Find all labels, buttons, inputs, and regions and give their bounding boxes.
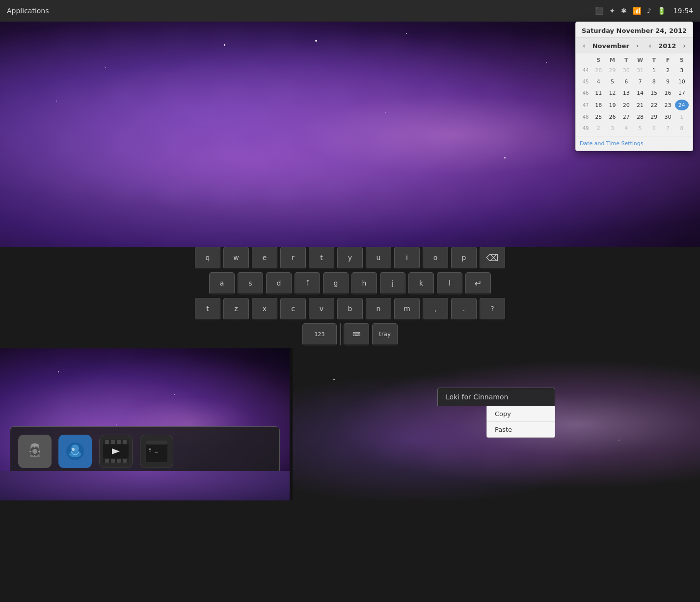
brightness-icon[interactable]: ✦ [609,7,615,15]
key-t1[interactable]: t [309,247,334,269]
key-r[interactable]: r [280,247,306,269]
music-icon[interactable]: ♪ [647,7,651,15]
svg-point-4 [32,449,37,454]
key-123[interactable]: 123 [302,323,337,346]
cal-day-17[interactable]: 17 [675,88,689,98]
movie-player-svg [101,437,131,466]
cal-day-4[interactable]: 4 [592,77,605,86]
cal-day-24-today[interactable]: 24 [675,100,689,110]
cal-day-28-oct[interactable]: 28 [592,66,605,75]
key-z[interactable]: z [223,298,249,320]
cal-day-29[interactable]: 29 [647,112,661,122]
cal-day-6[interactable]: 6 [619,77,633,86]
cal-day-5[interactable]: 5 [605,77,619,86]
cal-day-19[interactable]: 19 [605,101,619,110]
cal-day-25[interactable]: 25 [592,112,605,122]
cal-day-9[interactable]: 9 [661,77,674,86]
cal-day-16[interactable]: 16 [661,88,674,98]
cal-day-7-dec[interactable]: 7 [661,124,674,133]
battery-icon[interactable]: 🔋 [657,7,666,15]
applications-menu[interactable]: Applications [7,7,49,15]
cal-day-11[interactable]: 11 [592,88,605,98]
key-l[interactable]: l [437,272,462,295]
cal-day-2-dec[interactable]: 2 [592,124,605,133]
cal-day-6-dec[interactable]: 6 [647,124,661,133]
key-c[interactable]: c [280,298,306,320]
cal-day-14[interactable]: 14 [633,88,647,98]
key-space[interactable] [340,323,341,346]
context-menu-paste[interactable]: Paste [487,422,555,437]
cal-day-21[interactable]: 21 [633,101,647,110]
key-m[interactable]: m [394,298,420,320]
key-comma[interactable]: , [423,298,448,320]
key-n[interactable]: n [366,298,391,320]
cal-day-3-dec[interactable]: 3 [605,124,619,133]
cal-day-8[interactable]: 8 [647,77,661,86]
key-y[interactable]: y [337,247,363,269]
cal-day-29-oct[interactable]: 29 [605,66,619,75]
cal-day-13[interactable]: 13 [619,88,633,98]
cal-day-4-dec[interactable]: 4 [619,124,633,133]
cal-day-3[interactable]: 3 [675,66,689,75]
key-x[interactable]: x [252,298,277,320]
key-t2[interactable]: t [195,298,220,320]
svg-point-11 [69,451,81,457]
key-tray[interactable]: tray [372,323,398,346]
cal-day-28[interactable]: 28 [633,112,647,122]
key-v[interactable]: v [309,298,334,320]
clock[interactable]: 19:54 [673,7,693,15]
key-h[interactable]: h [351,272,377,295]
key-a[interactable]: a [209,272,235,295]
cal-day-15[interactable]: 15 [647,88,661,98]
key-e[interactable]: e [252,247,277,269]
cal-day-7[interactable]: 7 [633,77,647,86]
key-b[interactable]: b [337,298,363,320]
prev-month-button[interactable]: ‹ [580,41,589,51]
cal-day-27[interactable]: 27 [619,112,633,122]
cal-day-8-dec[interactable]: 8 [675,124,689,133]
key-s[interactable]: s [238,272,263,295]
cal-day-20[interactable]: 20 [619,101,633,110]
key-j[interactable]: j [380,272,405,295]
next-year-button[interactable]: › [680,41,689,51]
cal-day-22[interactable]: 22 [647,101,661,110]
cal-day-23[interactable]: 23 [661,101,674,110]
prev-year-button[interactable]: ‹ [646,41,655,51]
context-menu-input[interactable]: Loki for Cinnamon [437,388,555,406]
key-period[interactable]: . [451,298,477,320]
key-d[interactable]: d [266,272,292,295]
bluetooth-icon[interactable]: ✱ [621,7,627,15]
key-g[interactable]: g [323,272,349,295]
cal-day-10[interactable]: 10 [675,77,689,86]
cal-day-31-oct[interactable]: 31 [633,66,647,75]
key-p[interactable]: p [451,247,477,269]
key-kbd[interactable]: ⌨ [344,323,369,346]
wifi-icon[interactable]: 📶 [633,7,641,15]
svg-rect-19 [105,459,109,463]
cal-day-5-dec[interactable]: 5 [633,124,647,133]
cal-day-12[interactable]: 12 [605,88,619,98]
key-q[interactable]: q [195,247,220,269]
key-k[interactable]: k [408,272,434,295]
cal-day-30[interactable]: 30 [661,112,674,122]
date-time-settings-link[interactable]: Date and Time Settings [576,136,693,151]
key-f[interactable]: f [295,272,320,295]
week-number: 44 [580,66,592,75]
key-backspace[interactable]: ⌫ [480,247,505,269]
key-o[interactable]: o [423,247,448,269]
next-month-button[interactable]: › [633,41,642,51]
cal-day-1-dec[interactable]: 1 [675,112,689,122]
cal-day-1[interactable]: 1 [647,66,661,75]
cal-day-30-oct[interactable]: 30 [619,66,633,75]
cal-day-18[interactable]: 18 [592,101,605,110]
key-question[interactable]: ? [480,298,505,320]
key-enter[interactable]: ↵ [465,272,491,295]
key-w[interactable]: w [223,247,249,269]
terminal-icon-wrapper: $ _ [140,435,173,468]
context-menu-copy[interactable]: Copy [487,406,555,421]
monitor-icon[interactable]: ⬛ [595,7,603,15]
cal-day-2[interactable]: 2 [661,66,674,75]
key-u[interactable]: u [366,247,391,269]
cal-day-26[interactable]: 26 [605,112,619,122]
key-i[interactable]: i [394,247,420,269]
